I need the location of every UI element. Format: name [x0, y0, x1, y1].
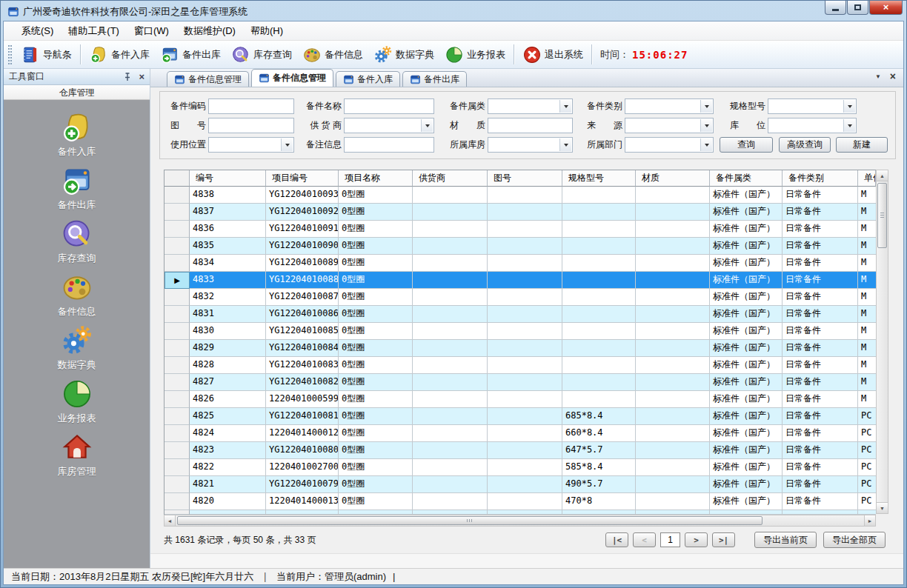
col-header-material[interactable]: 材质 [636, 170, 710, 187]
advanced-query-button[interactable]: 高级查询 [779, 137, 831, 153]
toolbar-button-navigator[interactable]: 导航条 [16, 44, 77, 66]
part-name-input[interactable] [344, 98, 434, 114]
toolbar-button-parts-inbound[interactable]: 备件入库 [84, 44, 155, 66]
row-selector-cell[interactable] [165, 238, 190, 255]
row-selector-cell[interactable]: ▶ [165, 272, 190, 289]
sidebar-item-business-report[interactable]: 业务报表 [58, 378, 96, 425]
row-selector-cell[interactable] [165, 476, 190, 493]
col-header-unit[interactable]: 单位 [858, 170, 876, 187]
table-row[interactable]: 482012204014000130型圈470*8标准件（国产）日常备件PC [165, 493, 876, 510]
next-page-button[interactable]: > [685, 532, 708, 547]
table-row[interactable]: 4825YG122040100810型圈685*8.4标准件（国产）日常备件PC [165, 408, 876, 425]
scroll-down-icon[interactable]: ▼ [877, 502, 888, 513]
menu-item-3[interactable]: 数据维护(D) [176, 21, 243, 41]
col-header-supplier[interactable]: 供货商 [413, 170, 488, 187]
tab-list-dropdown-icon[interactable]: ▼ [875, 73, 881, 80]
row-selector-cell[interactable] [165, 459, 190, 476]
menu-item-0[interactable]: 系统(S) [14, 21, 61, 41]
col-header-category[interactable]: 备件属类 [710, 170, 783, 187]
spec-model-select[interactable] [768, 98, 857, 114]
table-row[interactable]: 4834YG122040100890型圈标准件（国产）日常备件M [165, 255, 876, 272]
remark-input[interactable] [344, 137, 434, 153]
tab-1[interactable]: 备件信息管理 [251, 69, 333, 87]
part-code-input[interactable] [208, 98, 294, 114]
toolbar-button-parts-info[interactable]: 备件信息 [297, 44, 368, 66]
last-page-button[interactable]: >| [712, 532, 735, 547]
menu-item-4[interactable]: 帮助(H) [243, 21, 290, 41]
part-category-select[interactable] [488, 98, 573, 114]
table-row[interactable]: 4837YG122040100920型圈标准件（国产）日常备件M [165, 204, 876, 221]
row-selector-cell[interactable] [165, 357, 190, 374]
supplier-select[interactable] [344, 118, 434, 133]
table-row[interactable]: 4827YG122040100820型圈标准件（国产）日常备件M [165, 374, 876, 391]
use-position-select[interactable] [208, 137, 294, 153]
export-all-pages-button[interactable]: 导出全部页 [823, 532, 886, 548]
table-row[interactable]: 4829YG122040100840型圈标准件（国产）日常备件M [165, 340, 876, 357]
department-select[interactable] [625, 137, 714, 153]
sidebar-item-parts-inbound[interactable]: 备件入库 [58, 111, 96, 158]
horizontal-scroll-thumb[interactable] [177, 516, 763, 525]
sidebar-item-parts-outbound[interactable]: 备件出库 [58, 164, 96, 212]
row-selector-cell[interactable] [165, 306, 190, 323]
sidebar-item-data-dict[interactable]: 数据字典 [58, 324, 96, 372]
scroll-up-icon[interactable]: ▲ [877, 170, 888, 181]
tab-0[interactable]: 备件信息管理 [167, 71, 249, 87]
table-row[interactable]: 4832YG122040100870型圈标准件（国产）日常备件M [165, 289, 876, 306]
col-header-type[interactable]: 备件类别 [783, 170, 858, 187]
first-page-button[interactable]: |< [605, 532, 628, 547]
menu-item-2[interactable]: 窗口(W) [127, 21, 176, 41]
location-select[interactable] [768, 118, 857, 133]
row-selector-cell[interactable] [165, 221, 190, 238]
row-selector-cell[interactable] [165, 289, 190, 306]
table-row[interactable]: 4838YG122040100930型圈标准件（国产）日常备件M [165, 187, 876, 204]
table-row[interactable]: 4828YG122040100830型圈标准件（国产）日常备件M [165, 357, 876, 374]
pin-icon[interactable] [122, 72, 133, 82]
sidebar-item-parts-info[interactable]: 备件信息 [58, 271, 96, 318]
table-row[interactable]: 4836YG122040100910型圈标准件（国产）日常备件M [165, 221, 876, 238]
toolbar-button-business-report[interactable]: 业务报表 [439, 44, 511, 66]
menu-item-1[interactable]: 辅助工具(T) [61, 21, 127, 41]
toolbar-button-exit-system[interactable]: 退出系统 [517, 44, 588, 66]
col-header-drawing-no[interactable]: 图号 [488, 170, 562, 187]
table-row[interactable]: 482412204014000120型圈660*8.4标准件（国产）日常备件PC [165, 425, 876, 442]
row-selector-cell[interactable] [165, 187, 190, 204]
page-number-input[interactable]: 1 [660, 532, 680, 547]
scroll-left-icon[interactable]: ◄ [165, 515, 176, 526]
col-header-item-name[interactable]: 项目名称 [339, 170, 413, 187]
new-button[interactable]: 新建 [836, 137, 888, 153]
tab-3[interactable]: 备件出库 [402, 71, 467, 87]
table-row[interactable]: 4830YG122040100850型圈标准件（国产）日常备件M [165, 323, 876, 340]
maximize-button[interactable] [847, 1, 868, 15]
row-selector-cell[interactable] [165, 323, 190, 340]
row-selector-cell[interactable] [165, 255, 190, 272]
tab-close-icon[interactable]: × [890, 73, 896, 80]
col-header-id[interactable]: 编号 [190, 170, 266, 187]
tab-2[interactable]: 备件入库 [336, 71, 400, 87]
vertical-scrollbar[interactable]: ▲ ▼ [876, 170, 888, 514]
toolbar-button-parts-outbound[interactable]: 备件出库 [155, 44, 226, 66]
sidebar-close-icon[interactable]: × [139, 73, 144, 81]
row-selector-cell[interactable] [165, 340, 190, 357]
source-select[interactable] [625, 118, 714, 133]
table-row[interactable]: 4823YG122040100800型圈647*5.7标准件（国产）日常备件PC [165, 442, 876, 459]
sidebar-item-warehouse-manage[interactable]: 库房管理 [58, 431, 96, 478]
minimize-button[interactable] [825, 1, 846, 15]
row-selector-cell[interactable] [165, 374, 190, 391]
material-input[interactable] [488, 118, 573, 133]
warehouse-select[interactable] [488, 137, 573, 153]
toolbar-button-data-dict[interactable]: 数据字典 [368, 44, 439, 66]
table-row[interactable]: 4835YG122040100900型圈标准件（国产）日常备件M [165, 238, 876, 255]
col-header-item-code[interactable]: 项目编号 [266, 170, 339, 187]
query-button[interactable]: 查询 [720, 137, 773, 153]
part-type-select[interactable] [625, 98, 714, 114]
row-selector-cell[interactable] [165, 204, 190, 221]
prev-page-button[interactable]: < [633, 532, 656, 547]
vertical-scroll-thumb[interactable] [877, 183, 887, 248]
table-row[interactable]: 4831YG122040100860型圈标准件（国产）日常备件M [165, 306, 876, 323]
toolbar-grip[interactable] [8, 45, 12, 64]
export-current-page-button[interactable]: 导出当前页 [754, 532, 817, 548]
drawing-no-input[interactable] [208, 118, 294, 133]
close-button[interactable]: × [869, 1, 903, 15]
scroll-right-icon[interactable]: ► [864, 515, 875, 526]
col-header-spec[interactable]: 规格型号 [562, 170, 636, 187]
